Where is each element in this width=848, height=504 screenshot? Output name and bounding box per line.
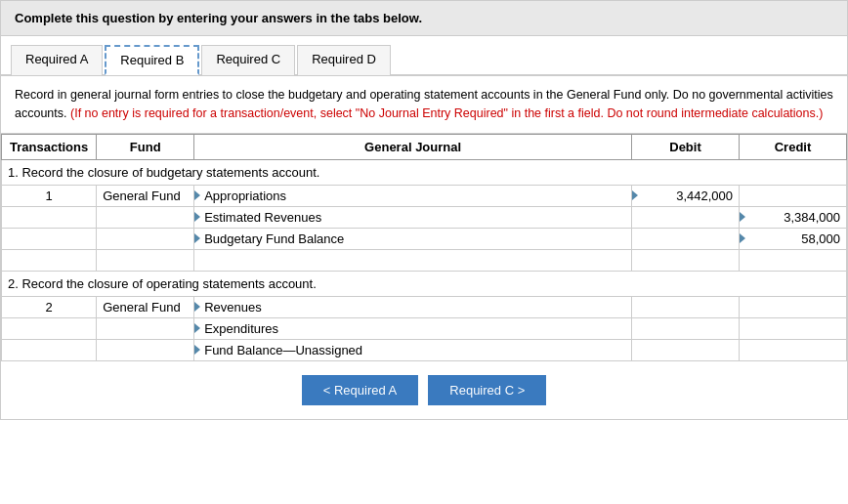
table-row: 2General Fund xyxy=(2,296,847,317)
journal-input[interactable] xyxy=(194,318,631,339)
journal-input-cell[interactable] xyxy=(194,296,632,317)
debit-cell[interactable] xyxy=(632,185,740,206)
journal-input[interactable] xyxy=(194,207,631,228)
header-fund: Fund xyxy=(97,134,194,159)
tab-required-b[interactable]: Required B xyxy=(105,45,199,75)
journal-input-cell[interactable] xyxy=(194,249,632,271)
journal-input-cell[interactable] xyxy=(194,339,632,360)
table-row xyxy=(2,249,847,271)
journal-table-container: Transactions Fund General Journal Debit … xyxy=(1,134,847,361)
transaction-cell xyxy=(2,317,97,339)
tabs-row: Required A Required B Required C Require… xyxy=(1,36,847,76)
transaction-cell xyxy=(2,228,97,249)
description-box: Record in general journal form entries t… xyxy=(1,76,847,134)
journal-input[interactable] xyxy=(194,186,631,206)
journal-input[interactable] xyxy=(194,250,631,271)
section-header-1: 1. Record the closure of budgetary state… xyxy=(2,159,847,185)
transaction-cell xyxy=(2,339,97,360)
debit-cell[interactable] xyxy=(632,317,740,339)
credit-input[interactable] xyxy=(740,297,846,317)
nav-buttons: < Required A Required C > xyxy=(1,361,847,419)
debit-input[interactable] xyxy=(632,186,739,206)
prev-button[interactable]: < Required A xyxy=(302,375,419,405)
next-button[interactable]: Required C > xyxy=(428,375,546,405)
debit-input[interactable] xyxy=(632,250,739,271)
table-row xyxy=(2,317,847,339)
tab-required-d[interactable]: Required D xyxy=(297,45,391,75)
transaction-cell: 1 xyxy=(2,185,97,206)
credit-input[interactable] xyxy=(740,250,846,271)
tab-required-c[interactable]: Required C xyxy=(201,45,295,75)
fund-cell xyxy=(97,317,194,339)
journal-input[interactable] xyxy=(194,297,631,317)
credit-cell[interactable] xyxy=(740,206,847,228)
credit-cell[interactable] xyxy=(740,317,847,339)
transaction-cell xyxy=(2,206,97,228)
transaction-cell: 2 xyxy=(2,296,97,317)
credit-cell[interactable] xyxy=(740,296,847,317)
debit-input[interactable] xyxy=(632,207,739,228)
header-debit: Debit xyxy=(632,134,740,159)
journal-input-cell[interactable] xyxy=(194,228,632,249)
description-red: (If no entry is required for a transacti… xyxy=(70,106,823,120)
debit-input[interactable] xyxy=(632,318,739,339)
fund-cell xyxy=(97,249,194,271)
fund-cell xyxy=(97,339,194,360)
table-row xyxy=(2,339,847,360)
debit-cell[interactable] xyxy=(632,249,740,271)
credit-input[interactable] xyxy=(740,340,846,360)
credit-cell[interactable] xyxy=(740,339,847,360)
journal-input-cell[interactable] xyxy=(194,206,632,228)
credit-cell[interactable] xyxy=(740,228,847,249)
fund-cell: General Fund xyxy=(97,185,194,206)
section-header-2: 2. Record the closure of operating state… xyxy=(2,271,847,296)
header-general-journal: General Journal xyxy=(194,134,632,159)
credit-cell[interactable] xyxy=(740,185,847,206)
debit-cell[interactable] xyxy=(632,339,740,360)
credit-input[interactable] xyxy=(740,229,846,249)
header-credit: Credit xyxy=(740,134,847,159)
credit-cell[interactable] xyxy=(740,249,847,271)
instruction-bar: Complete this question by entering your … xyxy=(1,1,847,36)
debit-cell[interactable] xyxy=(632,206,740,228)
debit-input[interactable] xyxy=(632,340,739,360)
credit-input[interactable] xyxy=(740,318,846,339)
journal-input-cell[interactable] xyxy=(194,185,632,206)
journal-input[interactable] xyxy=(194,229,631,249)
header-transactions: Transactions xyxy=(2,134,97,159)
table-row: 1General Fund xyxy=(2,185,847,206)
journal-input[interactable] xyxy=(194,340,631,360)
debit-cell[interactable] xyxy=(632,296,740,317)
transaction-cell xyxy=(2,249,97,271)
debit-cell[interactable] xyxy=(632,228,740,249)
credit-input[interactable] xyxy=(740,207,846,228)
table-row xyxy=(2,206,847,228)
fund-cell xyxy=(97,228,194,249)
tab-required-a[interactable]: Required A xyxy=(11,45,103,75)
debit-input[interactable] xyxy=(632,229,739,249)
debit-input[interactable] xyxy=(632,297,739,317)
fund-cell xyxy=(97,206,194,228)
journal-input-cell[interactable] xyxy=(194,317,632,339)
fund-cell: General Fund xyxy=(97,296,194,317)
credit-input[interactable] xyxy=(740,186,846,206)
instruction-text: Complete this question by entering your … xyxy=(15,11,422,25)
journal-table: Transactions Fund General Journal Debit … xyxy=(1,134,847,361)
table-row xyxy=(2,228,847,249)
